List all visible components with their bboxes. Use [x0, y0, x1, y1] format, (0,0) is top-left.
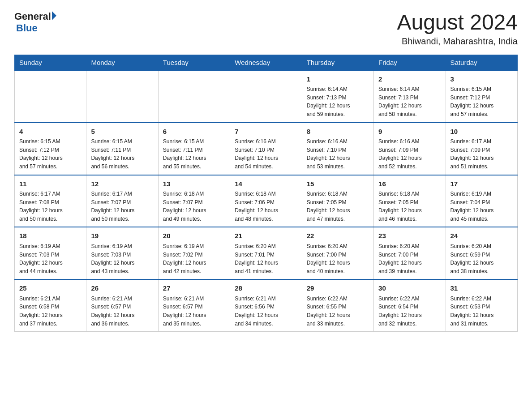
day-number: 22	[307, 231, 369, 241]
day-number: 3	[450, 74, 513, 85]
day-info: Sunrise: 6:17 AM Sunset: 7:09 PM Dayligh…	[450, 137, 513, 171]
calendar-cell	[15, 70, 86, 123]
calendar-week-row: 4Sunrise: 6:15 AM Sunset: 7:12 PM Daylig…	[15, 123, 518, 175]
calendar-cell: 22Sunrise: 6:20 AM Sunset: 7:00 PM Dayli…	[302, 227, 373, 279]
calendar-cell: 29Sunrise: 6:22 AM Sunset: 6:55 PM Dayli…	[302, 279, 373, 331]
day-of-week-header: Sunday	[15, 55, 86, 70]
calendar-cell: 14Sunrise: 6:18 AM Sunset: 7:06 PM Dayli…	[230, 175, 302, 227]
day-number: 14	[235, 179, 297, 189]
calendar-cell: 13Sunrise: 6:18 AM Sunset: 7:07 PM Dayli…	[158, 175, 230, 227]
month-title: August 2024	[397, 11, 518, 34]
day-number: 2	[378, 74, 441, 85]
day-info: Sunrise: 6:21 AM Sunset: 6:56 PM Dayligh…	[235, 295, 297, 328]
day-info: Sunrise: 6:19 AM Sunset: 7:04 PM Dayligh…	[450, 190, 513, 223]
day-of-week-header: Saturday	[446, 55, 517, 70]
day-info: Sunrise: 6:22 AM Sunset: 6:53 PM Dayligh…	[450, 295, 513, 328]
day-number: 21	[235, 231, 297, 241]
day-number: 12	[91, 179, 153, 189]
day-info: Sunrise: 6:21 AM Sunset: 6:57 PM Dayligh…	[163, 295, 225, 328]
calendar-cell: 24Sunrise: 6:20 AM Sunset: 6:59 PM Dayli…	[446, 227, 517, 279]
day-number: 27	[163, 283, 225, 294]
day-number: 4	[19, 127, 82, 137]
location-title: Bhiwandi, Maharashtra, India	[397, 36, 518, 47]
day-of-week-header: Monday	[86, 55, 158, 70]
calendar-cell: 31Sunrise: 6:22 AM Sunset: 6:53 PM Dayli…	[446, 279, 517, 331]
day-number: 15	[307, 179, 369, 189]
day-number: 25	[19, 283, 82, 294]
calendar-week-row: 1Sunrise: 6:14 AM Sunset: 7:13 PM Daylig…	[15, 70, 518, 123]
logo-triangle-icon	[52, 11, 56, 20]
calendar-cell: 5Sunrise: 6:15 AM Sunset: 7:11 PM Daylig…	[86, 123, 158, 175]
calendar-cell: 26Sunrise: 6:21 AM Sunset: 6:57 PM Dayli…	[86, 279, 158, 331]
day-of-week-header: Friday	[374, 55, 446, 70]
day-number: 13	[163, 179, 225, 189]
day-number: 18	[19, 231, 82, 241]
day-number: 8	[307, 127, 369, 137]
calendar-cell	[230, 70, 302, 123]
day-info: Sunrise: 6:21 AM Sunset: 6:57 PM Dayligh…	[91, 295, 153, 328]
day-info: Sunrise: 6:17 AM Sunset: 7:07 PM Dayligh…	[91, 190, 153, 223]
day-info: Sunrise: 6:22 AM Sunset: 6:55 PM Dayligh…	[307, 295, 369, 328]
calendar-cell: 17Sunrise: 6:19 AM Sunset: 7:04 PM Dayli…	[446, 175, 517, 227]
day-number: 7	[235, 127, 297, 137]
logo: General Blue	[14, 11, 56, 34]
calendar-cell: 11Sunrise: 6:17 AM Sunset: 7:08 PM Dayli…	[15, 175, 86, 227]
day-number: 10	[450, 127, 513, 137]
day-number: 5	[91, 127, 153, 137]
day-number: 26	[91, 283, 153, 294]
calendar-cell: 10Sunrise: 6:17 AM Sunset: 7:09 PM Dayli…	[446, 123, 517, 175]
calendar-cell: 9Sunrise: 6:16 AM Sunset: 7:09 PM Daylig…	[374, 123, 446, 175]
day-of-week-header: Thursday	[302, 55, 373, 70]
day-number: 31	[450, 283, 513, 294]
day-info: Sunrise: 6:18 AM Sunset: 7:06 PM Dayligh…	[235, 190, 297, 223]
day-number: 30	[378, 283, 441, 294]
day-number: 11	[19, 179, 82, 189]
calendar-cell	[158, 70, 230, 123]
day-info: Sunrise: 6:14 AM Sunset: 7:13 PM Dayligh…	[307, 85, 369, 118]
day-of-week-header: Tuesday	[158, 55, 230, 70]
day-info: Sunrise: 6:20 AM Sunset: 7:01 PM Dayligh…	[235, 242, 297, 275]
day-info: Sunrise: 6:14 AM Sunset: 7:13 PM Dayligh…	[378, 85, 441, 118]
day-info: Sunrise: 6:15 AM Sunset: 7:11 PM Dayligh…	[91, 137, 153, 171]
calendar-cell: 2Sunrise: 6:14 AM Sunset: 7:13 PM Daylig…	[374, 70, 446, 123]
day-info: Sunrise: 6:17 AM Sunset: 7:08 PM Dayligh…	[19, 190, 82, 223]
day-info: Sunrise: 6:20 AM Sunset: 7:00 PM Dayligh…	[307, 242, 369, 275]
day-number: 9	[378, 127, 441, 137]
calendar-cell: 6Sunrise: 6:15 AM Sunset: 7:11 PM Daylig…	[158, 123, 230, 175]
day-info: Sunrise: 6:19 AM Sunset: 7:03 PM Dayligh…	[19, 242, 82, 275]
day-info: Sunrise: 6:18 AM Sunset: 7:05 PM Dayligh…	[307, 190, 369, 223]
calendar-cell: 27Sunrise: 6:21 AM Sunset: 6:57 PM Dayli…	[158, 279, 230, 331]
calendar-cell: 25Sunrise: 6:21 AM Sunset: 6:58 PM Dayli…	[15, 279, 86, 331]
day-number: 6	[163, 127, 225, 137]
calendar-cell: 15Sunrise: 6:18 AM Sunset: 7:05 PM Dayli…	[302, 175, 373, 227]
day-number: 23	[378, 231, 441, 241]
day-number: 19	[91, 231, 153, 241]
day-number: 24	[450, 231, 513, 241]
day-info: Sunrise: 6:18 AM Sunset: 7:07 PM Dayligh…	[163, 190, 225, 223]
logo-general: General	[14, 11, 51, 22]
day-of-week-header: Wednesday	[230, 55, 302, 70]
logo-blue: Blue	[16, 22, 56, 34]
day-number: 28	[235, 283, 297, 294]
calendar-cell: 4Sunrise: 6:15 AM Sunset: 7:12 PM Daylig…	[15, 123, 86, 175]
day-info: Sunrise: 6:15 AM Sunset: 7:12 PM Dayligh…	[19, 137, 82, 171]
calendar-table: SundayMondayTuesdayWednesdayThursdayFrid…	[14, 55, 518, 332]
day-info: Sunrise: 6:20 AM Sunset: 7:00 PM Dayligh…	[378, 242, 441, 275]
calendar-cell: 30Sunrise: 6:22 AM Sunset: 6:54 PM Dayli…	[374, 279, 446, 331]
calendar-cell: 23Sunrise: 6:20 AM Sunset: 7:00 PM Dayli…	[374, 227, 446, 279]
calendar-cell: 16Sunrise: 6:18 AM Sunset: 7:05 PM Dayli…	[374, 175, 446, 227]
day-number: 16	[378, 179, 441, 189]
calendar-cell: 7Sunrise: 6:16 AM Sunset: 7:10 PM Daylig…	[230, 123, 302, 175]
calendar-cell: 21Sunrise: 6:20 AM Sunset: 7:01 PM Dayli…	[230, 227, 302, 279]
day-info: Sunrise: 6:19 AM Sunset: 7:02 PM Dayligh…	[163, 242, 225, 275]
day-info: Sunrise: 6:15 AM Sunset: 7:11 PM Dayligh…	[163, 137, 225, 171]
day-number: 29	[307, 283, 369, 294]
calendar-week-row: 18Sunrise: 6:19 AM Sunset: 7:03 PM Dayli…	[15, 227, 518, 279]
day-number: 1	[307, 74, 369, 85]
day-info: Sunrise: 6:16 AM Sunset: 7:10 PM Dayligh…	[307, 137, 369, 171]
day-info: Sunrise: 6:18 AM Sunset: 7:05 PM Dayligh…	[378, 190, 441, 223]
calendar-cell: 1Sunrise: 6:14 AM Sunset: 7:13 PM Daylig…	[302, 70, 373, 123]
day-info: Sunrise: 6:20 AM Sunset: 6:59 PM Dayligh…	[450, 242, 513, 275]
page-header: General Blue August 2024 Bhiwandi, Mahar…	[14, 11, 518, 47]
day-info: Sunrise: 6:15 AM Sunset: 7:12 PM Dayligh…	[450, 85, 513, 118]
